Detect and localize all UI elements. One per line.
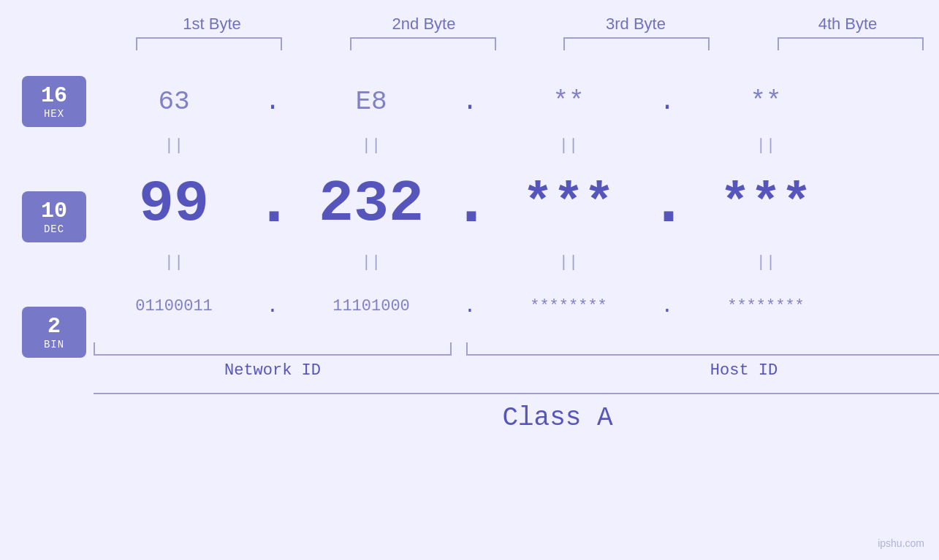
id-labels: Network ID Host ID <box>94 361 939 380</box>
dec-dot3: . <box>649 166 685 241</box>
hex-dot2: . <box>452 87 488 117</box>
eq1-b4: || <box>685 137 846 155</box>
base-badges-column: 16 HEX 10 DEC 2 BIN <box>22 72 86 380</box>
bracket-3 <box>563 37 710 50</box>
dec-b3: *** <box>488 175 649 233</box>
main-container: 1st Byte 2nd Byte 3rd Byte 4th Byte 16 H… <box>0 0 939 560</box>
hex-b4: ** <box>685 87 846 117</box>
network-id-label: Network ID <box>94 361 452 380</box>
bin-badge: 2 BIN <box>22 307 86 358</box>
byte-headers: 1st Byte 2nd Byte 3rd Byte 4th Byte <box>128 15 932 34</box>
bin-b3: ******** <box>488 297 649 315</box>
byte3-header: 3rd Byte <box>555 15 716 34</box>
eq2-b2: || <box>291 253 452 272</box>
hex-b3: ** <box>488 87 649 117</box>
bin-b1: 01100011 <box>94 297 254 315</box>
host-id-bracket <box>466 342 939 356</box>
class-label: Class A <box>502 403 612 433</box>
equals-row-2: || || || || <box>94 248 939 277</box>
dec-dot2: . <box>452 166 488 241</box>
top-brackets <box>128 37 932 50</box>
hex-badge: 16 HEX <box>22 76 86 127</box>
bin-dot3: . <box>649 295 685 318</box>
host-id-label: Host ID <box>466 361 939 380</box>
bin-dot1: . <box>254 295 291 318</box>
eq1-b2: || <box>291 137 452 155</box>
equals-row-1: || || || || <box>94 131 939 160</box>
dec-dot1: . <box>254 166 291 241</box>
class-row: Class A <box>94 393 939 433</box>
dec-badge: 10 DEC <box>22 191 86 242</box>
eq2-b1: || <box>94 253 254 272</box>
hex-b1: 63 <box>94 87 254 117</box>
dec-b4: *** <box>685 175 846 233</box>
bin-b2: 11101000 <box>291 297 452 315</box>
byte2-header: 2nd Byte <box>343 15 504 34</box>
bottom-brackets <box>94 342 939 356</box>
dec-b1: 99 <box>94 171 254 237</box>
dec-row: 99 . 232 . *** . *** <box>94 160 939 248</box>
hex-dot1: . <box>254 87 291 117</box>
eq1-b3: || <box>488 137 649 155</box>
hex-dot3: . <box>649 87 685 117</box>
hex-row: 63 . E8 . ** . ** <box>94 72 939 131</box>
bracket-2 <box>350 37 496 50</box>
network-id-bracket <box>94 342 452 356</box>
bracket-1 <box>136 37 282 50</box>
eq2-b3: || <box>488 253 649 272</box>
bin-row: 01100011 . 11101000 . ******** . *******… <box>94 277 939 335</box>
bin-dot2: . <box>452 295 488 318</box>
byte4-header: 4th Byte <box>767 15 928 34</box>
hex-b2: E8 <box>291 87 452 117</box>
byte1-header: 1st Byte <box>132 15 292 34</box>
bin-b4: ******** <box>685 297 846 315</box>
eq1-b1: || <box>94 137 254 155</box>
values-container: 63 . E8 . ** . ** || || || || 99 <box>94 72 939 433</box>
dec-b2: 232 <box>291 171 452 237</box>
eq2-b4: || <box>685 253 846 272</box>
bracket-4 <box>778 37 924 50</box>
watermark: ipshu.com <box>878 537 924 549</box>
